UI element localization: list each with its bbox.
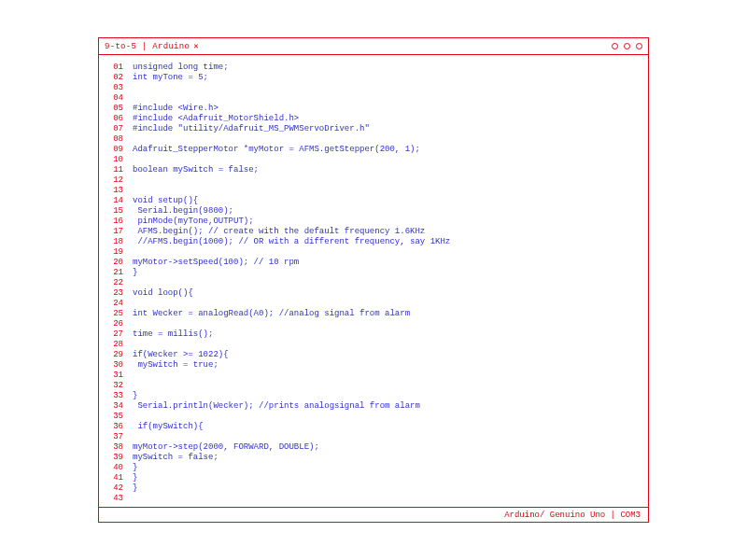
ide-window: 9-to-5 | Arduino ✕ 01 02 03 04 05 06 07 … xyxy=(98,37,649,523)
close-dot-icon[interactable] xyxy=(636,43,642,49)
window-title: 9-to-5 | Arduino xyxy=(105,42,190,51)
line-number-gutter: 01 02 03 04 05 06 07 08 09 10 11 12 13 1… xyxy=(108,63,133,503)
board-port-status: Arduino/ Genuino Uno | COM3 xyxy=(504,511,641,520)
title-left-group: 9-to-5 | Arduino ✕ xyxy=(105,41,199,51)
window-controls xyxy=(612,43,642,49)
code-content[interactable]: unsigned long time; int myTone = 5; #inc… xyxy=(133,63,639,503)
maximize-icon[interactable] xyxy=(624,43,630,49)
titlebar: 9-to-5 | Arduino ✕ xyxy=(99,38,648,55)
minimize-icon[interactable] xyxy=(612,43,618,49)
statusbar: Arduino/ Genuino Uno | COM3 xyxy=(99,507,648,522)
editor-area[interactable]: 01 02 03 04 05 06 07 08 09 10 11 12 13 1… xyxy=(99,55,648,507)
close-icon[interactable]: ✕ xyxy=(193,41,198,51)
